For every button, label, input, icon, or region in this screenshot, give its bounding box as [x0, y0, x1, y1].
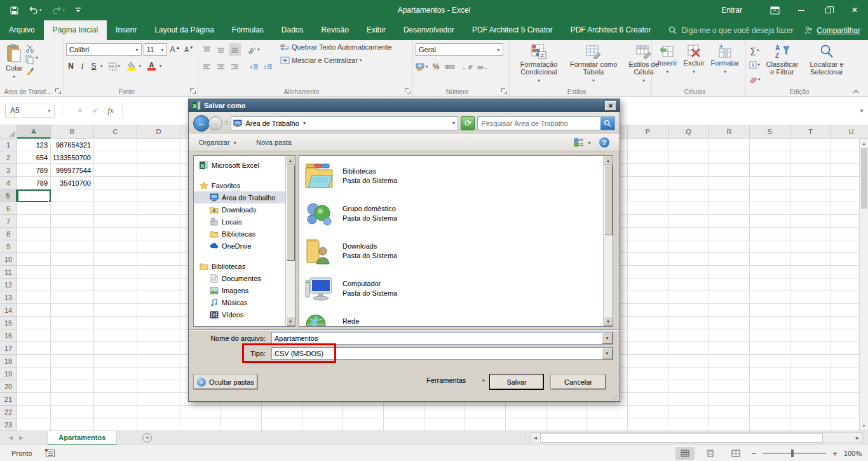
cell-C4[interactable] [94, 177, 137, 189]
clear-icon[interactable]: ▾ [749, 73, 761, 86]
cell-D13[interactable] [137, 291, 180, 304]
cell-P6[interactable] [628, 202, 668, 215]
cell-D3[interactable] [137, 164, 180, 177]
row-header-15[interactable]: 15 [0, 317, 17, 329]
delete-cells-button[interactable]: Excluir ▾ [681, 42, 708, 86]
cell-S5[interactable] [750, 189, 790, 202]
column-header-T[interactable]: T [790, 125, 831, 139]
increase-decimal-icon[interactable]: ←.000 [461, 60, 473, 73]
cell-A3[interactable]: 789 [17, 164, 51, 177]
sidebar-scroll-thumb[interactable] [287, 165, 295, 261]
cell-T15[interactable] [790, 317, 831, 329]
cell-T4[interactable] [790, 177, 831, 189]
cell-L22[interactable] [465, 406, 506, 418]
cell-A13[interactable] [17, 291, 51, 304]
cell-A18[interactable] [17, 355, 51, 368]
cell-Q19[interactable] [668, 368, 709, 380]
cell-A15[interactable] [17, 317, 51, 329]
font-color-caret-icon[interactable]: ▾ [159, 64, 162, 69]
vertical-scroll-thumb[interactable] [861, 148, 867, 209]
cell-Q1[interactable] [668, 139, 709, 151]
organize-menu[interactable]: Organizar ▼ [199, 139, 237, 146]
cell-R1[interactable] [709, 139, 750, 151]
font-dialog-launcher-icon[interactable] [190, 88, 196, 94]
row-header-2[interactable]: 2 [0, 151, 17, 164]
ribbon-display-options-icon[interactable] [761, 0, 788, 20]
cell-Q2[interactable] [668, 151, 709, 164]
number-format-combo[interactable]: Geral ▼ [416, 43, 503, 56]
new-sheet-icon[interactable]: + [142, 433, 152, 443]
cell-P19[interactable] [628, 368, 668, 380]
cell-C10[interactable] [94, 253, 137, 266]
address-breadcrumb[interactable]: Área de Trabalho ▼ ▼ [231, 116, 458, 130]
cell-D19[interactable] [137, 368, 180, 380]
decrease-indent-icon[interactable] [248, 60, 260, 73]
row-header-9[interactable]: 9 [0, 240, 17, 253]
cell-P2[interactable] [628, 151, 668, 164]
cell-T12[interactable] [790, 279, 831, 291]
wrap-text-button[interactable]: ab Quebrar Texto Automaticamente [280, 43, 392, 51]
minimize-icon[interactable] [788, 0, 815, 20]
decrease-font-icon[interactable]: A▼ [183, 43, 195, 56]
cell-T8[interactable] [790, 228, 831, 240]
cell-D22[interactable] [137, 406, 180, 418]
cell-S18[interactable] [750, 355, 790, 368]
row-header-21[interactable]: 21 [0, 393, 17, 406]
cell-S2[interactable] [750, 151, 790, 164]
cell-C3[interactable] [94, 164, 137, 177]
row-header-7[interactable]: 7 [0, 215, 17, 228]
column-header-P[interactable]: P [628, 125, 668, 139]
back-icon[interactable]: ← [193, 115, 210, 132]
cell-Q7[interactable] [668, 215, 709, 228]
sidebar-item-favoritos[interactable]: Favoritos [194, 179, 295, 191]
row-header-10[interactable]: 10 [0, 253, 17, 266]
conditional-formatting-button[interactable]: ≠ Formatação Condicional ▾ [512, 42, 566, 86]
row-header-1[interactable]: 1 [0, 139, 17, 151]
cell-T20[interactable] [790, 380, 831, 393]
column-header-B[interactable]: B [51, 125, 94, 139]
cell-B21[interactable] [51, 393, 94, 406]
cell-B18[interactable] [51, 355, 94, 368]
tell-me-search[interactable]: Diga-me o que você deseja fazer [668, 20, 793, 40]
align-right-icon[interactable] [229, 60, 241, 73]
cell-D8[interactable] [137, 228, 180, 240]
cell-P7[interactable] [628, 215, 668, 228]
cell-A17[interactable] [17, 342, 51, 355]
file-item-rede[interactable]: RedePasta do Sistema [304, 308, 613, 327]
cell-S10[interactable] [750, 253, 790, 266]
cell-A14[interactable] [17, 304, 51, 317]
cell-C15[interactable] [94, 317, 137, 329]
cell-D17[interactable] [137, 342, 180, 355]
cell-Q16[interactable] [668, 329, 709, 342]
cell-T1[interactable] [790, 139, 831, 151]
cell-R22[interactable] [709, 406, 750, 418]
cell-T17[interactable] [790, 342, 831, 355]
cell-A19[interactable] [17, 368, 51, 380]
tab-exibir[interactable]: Exibir [358, 20, 395, 40]
paste-button[interactable]: Colar ▾ [3, 42, 25, 83]
cell-P20[interactable] [628, 380, 668, 393]
column-header-S[interactable]: S [750, 125, 790, 139]
cell-B11[interactable] [51, 266, 94, 279]
new-folder-button[interactable]: Nova pasta [256, 139, 292, 146]
filename-combo[interactable]: ▼ [271, 332, 613, 345]
cell-T9[interactable] [790, 240, 831, 253]
cell-C18[interactable] [94, 355, 137, 368]
sidebar-scroll-up-icon[interactable]: ▲ [286, 156, 295, 165]
cell-B8[interactable] [51, 228, 94, 240]
cell-C23[interactable] [94, 418, 137, 430]
row-header-14[interactable]: 14 [0, 304, 17, 317]
cell-D12[interactable] [137, 279, 180, 291]
increase-indent-icon[interactable] [262, 60, 274, 73]
cell-S12[interactable] [750, 279, 790, 291]
cell-D14[interactable] [137, 304, 180, 317]
cell-S19[interactable] [750, 368, 790, 380]
cell-R17[interactable] [709, 342, 750, 355]
borders-icon[interactable]: ▾ [109, 60, 121, 72]
cell-A21[interactable] [17, 393, 51, 406]
cell-S6[interactable] [750, 202, 790, 215]
cell-S3[interactable] [750, 164, 790, 177]
cell-A20[interactable] [17, 380, 51, 393]
cell-P23[interactable] [628, 418, 668, 430]
close-icon[interactable]: × [841, 0, 868, 20]
